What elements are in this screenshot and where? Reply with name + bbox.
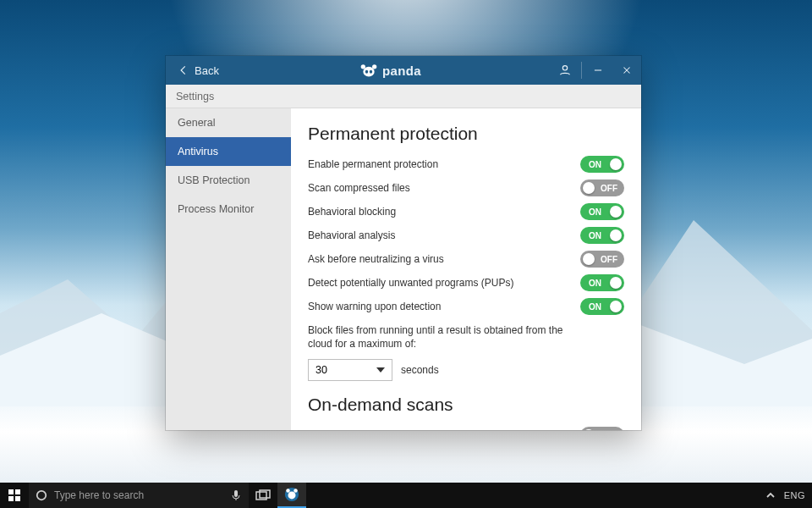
titlebar-actions <box>551 56 641 85</box>
taskbar-app-panda[interactable] <box>277 483 306 508</box>
setting-label: Detect potentially unwanted programs (PU… <box>308 277 513 289</box>
svg-point-16 <box>37 491 47 500</box>
chevron-left-icon <box>178 64 189 76</box>
toggle-text: ON <box>589 302 601 312</box>
toggle-text: ON <box>589 207 601 217</box>
toggle-knob <box>583 253 595 265</box>
toggle-text: ON <box>589 160 601 169</box>
sidebar-item-process-monitor[interactable]: Process Monitor <box>166 195 291 224</box>
setting-row: Scan compressed files OFF <box>308 423 624 430</box>
sidebar-item-general[interactable]: General <box>166 108 291 137</box>
toggle-behavioral-analysis[interactable]: ON <box>580 227 624 244</box>
toggle-text: ON <box>589 279 601 288</box>
toggle-knob <box>610 158 622 170</box>
sidebar-item-label: USB Protection <box>178 174 250 186</box>
block-timeout-unit: seconds <box>401 364 439 376</box>
window-body: General Antivirus USB Protection Process… <box>166 108 641 430</box>
toggle-knob <box>610 206 622 218</box>
start-button[interactable] <box>0 483 29 508</box>
minimize-button[interactable] <box>584 56 612 85</box>
setting-row: Show warning upon detection ON <box>308 295 624 318</box>
panda-logo-icon <box>360 63 377 78</box>
toggle-ask-before-neutralize[interactable]: OFF <box>580 251 624 268</box>
setting-row: Behavioral analysis ON <box>308 224 624 247</box>
block-timeout-row: 30 seconds <box>308 357 624 391</box>
toggle-show-warning[interactable]: ON <box>580 298 624 315</box>
setting-row: Scan compressed files OFF <box>308 176 624 200</box>
content-scroll[interactable]: Permanent protection Enable permanent pr… <box>291 108 641 430</box>
toggle-knob <box>610 277 622 289</box>
cortana-ring-icon <box>36 489 47 501</box>
svg-rect-13 <box>15 489 20 494</box>
svg-rect-15 <box>15 496 20 501</box>
svg-point-3 <box>361 64 365 69</box>
sidebar-item-usb-protection[interactable]: USB Protection <box>166 166 291 195</box>
windows-start-icon <box>8 489 20 501</box>
block-timeout-dropdown[interactable]: 30 <box>308 359 392 381</box>
toggle-knob <box>583 182 595 194</box>
brand-text: panda <box>382 64 421 78</box>
account-button[interactable] <box>551 56 579 85</box>
search-placeholder: Type here to search <box>54 489 223 501</box>
setting-row: Ask before neutralizing a virus OFF <box>308 247 624 271</box>
toggle-od-scan-compressed[interactable]: OFF <box>580 427 624 430</box>
svg-rect-17 <box>234 490 238 497</box>
close-icon <box>621 64 633 76</box>
sidebar: General Antivirus USB Protection Process… <box>166 108 291 430</box>
microphone-icon <box>230 489 242 501</box>
chevron-down-icon <box>376 366 385 374</box>
svg-point-6 <box>370 70 372 74</box>
system-tray: ENG <box>759 483 812 508</box>
tray-language[interactable]: ENG <box>784 490 805 500</box>
svg-point-24 <box>294 489 298 493</box>
content-pane: Permanent protection Enable permanent pr… <box>291 108 641 430</box>
svg-point-22 <box>288 491 296 499</box>
setting-label: Scan compressed files <box>308 429 410 430</box>
chevron-up-icon[interactable] <box>765 490 776 500</box>
toggle-knob <box>610 229 622 241</box>
svg-point-7 <box>562 66 567 70</box>
block-timeout-note: Block files from running until a result … <box>308 318 587 357</box>
sidebar-item-label: Antivirus <box>178 146 218 157</box>
toggle-detect-pups[interactable]: ON <box>580 274 624 291</box>
back-button[interactable]: Back <box>166 56 231 85</box>
toggle-knob <box>610 301 622 312</box>
user-icon <box>558 64 572 77</box>
brand: panda <box>231 63 551 78</box>
titlebar: Back panda <box>166 56 641 85</box>
setting-label: Behavioral analysis <box>308 229 395 241</box>
setting-label: Enable permanent protection <box>308 158 438 170</box>
setting-label: Show warning upon detection <box>308 301 441 312</box>
toggle-enable-permanent[interactable]: ON <box>580 156 624 173</box>
toggle-behavioral-blocking[interactable]: ON <box>580 203 624 220</box>
toggle-text: OFF <box>601 184 617 193</box>
sidebar-item-antivirus[interactable]: Antivirus <box>166 137 291 166</box>
sidebar-item-label: Process Monitor <box>178 203 254 215</box>
back-label: Back <box>195 64 219 77</box>
section-heading-permanent: Permanent protection <box>308 124 624 144</box>
setting-row: Behavioral blocking ON <box>308 200 624 224</box>
svg-point-23 <box>286 489 290 493</box>
svg-point-5 <box>365 70 368 74</box>
titlebar-separator <box>581 62 582 79</box>
svg-rect-12 <box>8 489 14 494</box>
task-view-button[interactable] <box>249 483 277 508</box>
setting-row: Detect potentially unwanted programs (PU… <box>308 271 624 295</box>
panda-settings-window: Back panda Settings Gen <box>166 56 641 430</box>
setting-label: Ask before neutralizing a virus <box>308 253 444 265</box>
setting-label: Behavioral blocking <box>308 206 396 218</box>
svg-marker-11 <box>376 367 385 373</box>
setting-row: Enable permanent protection ON <box>308 152 624 176</box>
taskbar: Type here to search ENG <box>0 483 812 508</box>
svg-point-4 <box>372 64 376 69</box>
dropdown-value: 30 <box>315 364 327 376</box>
minimize-icon <box>592 64 604 76</box>
taskbar-search[interactable]: Type here to search <box>29 483 249 508</box>
sidebar-item-label: General <box>178 117 215 129</box>
setting-label: Scan compressed files <box>308 182 410 194</box>
close-button[interactable] <box>612 56 641 85</box>
toggle-text: ON <box>589 231 601 240</box>
breadcrumb-text: Settings <box>176 91 214 102</box>
breadcrumb: Settings <box>166 85 641 108</box>
toggle-scan-compressed[interactable]: OFF <box>580 179 624 196</box>
